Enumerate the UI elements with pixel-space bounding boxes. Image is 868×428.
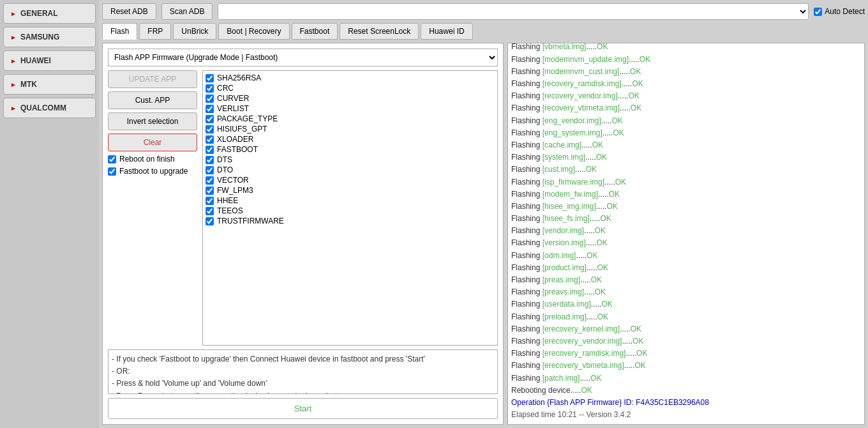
list-item: VERLIST [206,104,495,113]
left-panel: UPDATE APP Cust. APP Invert selection Cl… [108,70,197,346]
item-checkbox-hhee[interactable] [206,197,214,205]
tab-reset-screenlock[interactable]: Reset ScreenLock [340,23,419,40]
log-line: Flashing [recovery_ramdisk.img].....OK [511,78,861,90]
instruction-line: - OR: [112,365,494,378]
log-line: Flashing [preas.img].....OK [511,274,861,286]
scan-adb-button[interactable]: Scan ADB [161,3,213,20]
list-item: XLOADER [206,135,495,144]
sidebar-item-mtk[interactable]: ►MTK [3,74,96,95]
log-line: Elapsed time 10:21 -- Version 3.4.2 [511,409,861,421]
item-checkbox-fw_lpm3[interactable] [206,187,214,195]
invert-selection-button[interactable]: Invert selection [108,112,197,130]
item-checkbox-dts[interactable] [206,156,214,164]
fastboot-to-upgrade-checkbox[interactable] [108,167,116,176]
instructions: - If you check 'Fastboot to upgrade' the… [108,349,498,394]
item-label: TRUSTFIRMWARE [217,217,284,225]
instruction-line: - Press Power button until you see the d… [112,390,494,394]
list-item: TRUSTFIRMWARE [206,217,495,225]
item-checkbox-vector[interactable] [206,176,214,185]
list-item: DTS [206,155,495,164]
clear-button[interactable]: Clear [108,134,197,151]
sidebar-item-general[interactable]: ►GENERAL [3,3,96,24]
item-checkbox-teeos[interactable] [206,207,214,215]
item-checkbox-sha256rsa[interactable] [206,74,214,82]
item-label: CRC [217,84,234,93]
sidebar-item-huawei[interactable]: ►HUAWEI [3,50,96,71]
log-line: Flashing [userdata.img].....OK [511,298,861,310]
auto-detect-checkbox[interactable] [814,8,822,16]
log-line: Flashing [product.img].....OK [511,262,861,274]
arrow-icon: ► [10,10,17,17]
auto-detect-text: Auto Detect [825,7,865,16]
item-label: TEEOS [217,206,243,215]
log-line: Flashing [system.img].....OK [511,151,861,164]
item-checkbox-package_type[interactable] [206,115,214,123]
item-checkbox-fastboot[interactable] [206,146,214,154]
list-item: CRC [206,84,495,93]
item-label: CURVER [217,94,249,103]
reboot-on-finish-checkbox[interactable] [108,155,116,164]
content-area: Flash APP Firmware (Upgrade Mode | Fastb… [102,43,504,425]
tab-fastboot[interactable]: Fastboot [292,23,338,40]
log-line: Flashing [recovery_vendor.img].....OK [511,90,861,102]
item-label: HHEE [217,196,238,205]
log-line: Rebooting device.....OK [511,385,861,397]
instruction-line: - Press & hold 'Volume up' and 'Volume d… [112,378,494,390]
tab-flash[interactable]: Flash [102,23,137,40]
log-line: Flashing [hisee_img.img].....OK [511,201,861,213]
log-line: Flashing [eng_system.img].....OK [511,127,861,139]
sidebar-label: MTK [20,80,37,89]
sidebar-item-samsung[interactable]: ►SAMSUNG [3,27,96,47]
item-label: VERLIST [217,104,249,113]
cust-app-button[interactable]: Cust. APP [108,91,197,109]
item-label: FW_LPM3 [217,186,253,195]
reboot-on-finish-text: Reboot on finish [119,155,175,164]
panel-row: UPDATE APP Cust. APP Invert selection Cl… [108,70,498,346]
log-panel: Flashing [hisiufs_gpt.img].....OKFlashin… [507,43,865,425]
main-content: Reset ADB Scan ADB Auto Detect FlashFRPU… [99,0,868,428]
item-label: DTO [217,165,233,174]
port-select[interactable] [218,3,809,20]
list-item: HISIUFS_GPT [206,125,495,134]
item-checkbox-verlist[interactable] [206,105,214,113]
log-line: Flashing [cust.img].....OK [511,164,861,176]
log-line: Flashing [erecovery_vendor.img].....OK [511,335,861,348]
arrow-icon: ► [10,34,17,41]
item-checkbox-hisiufs_gpt[interactable] [206,125,214,134]
sidebar-label: QUALCOMM [20,103,66,112]
sidebar-label: SAMSUNG [20,33,59,42]
log-line: Flashing [vendor.img].....OK [511,225,861,237]
fastboot-to-upgrade-label[interactable]: Fastboot to upgrade [108,167,197,176]
list-item: FASTBOOT [206,145,495,154]
mode-select[interactable]: Flash APP Firmware (Upgrade Mode | Fastb… [108,49,498,66]
item-checkbox-crc[interactable] [206,84,214,93]
tab-frp[interactable]: FRP [139,23,171,40]
list-item: CURVER [206,94,495,103]
tab-bar: FlashFRPUnBrickBoot | RecoveryFastbootRe… [102,23,865,40]
tab-unbrick[interactable]: UnBrick [173,23,216,40]
reset-adb-button[interactable]: Reset ADB [102,3,156,20]
item-checkbox-dto[interactable] [206,166,214,174]
log-line: Flashing [patch.img].....OK [511,372,861,385]
reboot-on-finish-label[interactable]: Reboot on finish [108,155,197,164]
item-checkbox-curver[interactable] [206,95,214,103]
tab-huawei-id[interactable]: Huawei ID [421,23,472,40]
list-item: FW_LPM3 [206,186,495,195]
item-checkbox-xloader[interactable] [206,135,214,144]
sidebar-label: GENERAL [20,9,58,18]
sidebar: ►GENERAL►SAMSUNG►HUAWEI►MTK►QUALCOMM [0,0,99,428]
update-app-button[interactable]: UPDATE APP [108,70,197,88]
tab-boot---recovery[interactable]: Boot | Recovery [218,23,289,40]
log-line: Flashing [version.img].....OK [511,237,861,249]
list-item: PACKAGE_TYPE [206,114,495,123]
item-label: XLOADER [217,135,253,144]
auto-detect-label[interactable]: Auto Detect [814,7,865,16]
log-line: Flashing [modem_fw.img].....OK [511,188,861,201]
log-line: Flashing [cache.img].....OK [511,139,861,151]
log-line: Flashing [preavs.img].....OK [511,286,861,298]
log-line: Flashing [vbmeta.img].....OK [511,43,861,54]
sidebar-item-qualcomm[interactable]: ►QUALCOMM [3,98,96,118]
item-checkbox-trustfirmware[interactable] [206,217,214,225]
start-button[interactable]: Start [108,398,498,419]
log-line: Flashing [erecovery_ramdisk.img].....OK [511,348,861,360]
